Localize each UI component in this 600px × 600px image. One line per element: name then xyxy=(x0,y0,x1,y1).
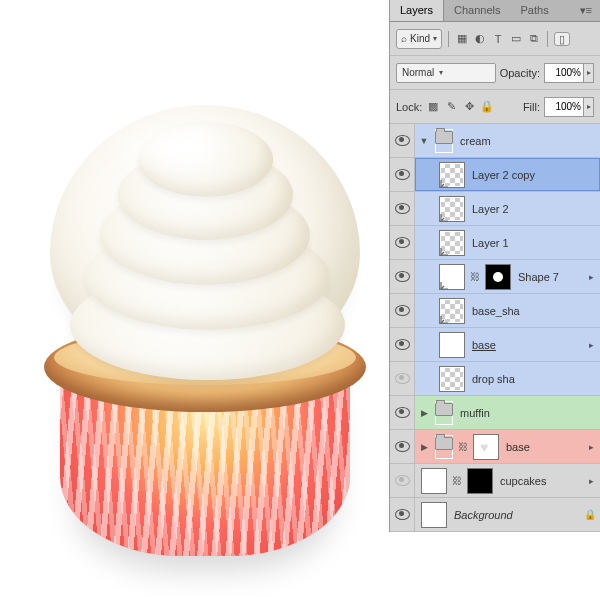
disclosure-triangle[interactable]: ▶ xyxy=(419,442,429,452)
panel-menu-icon[interactable]: ▾≡ xyxy=(572,0,600,21)
fill-field[interactable]: ▸ xyxy=(544,97,594,117)
clip-indicator xyxy=(440,213,449,222)
visibility-toggle[interactable] xyxy=(390,396,415,429)
layer-name[interactable]: Layer 2 copy xyxy=(469,169,596,181)
layer-list: ▼creamLayer 2 copyLayer 2Layer 1⛓Shape 7… xyxy=(390,124,600,532)
layer-name[interactable]: Shape 7 xyxy=(515,271,582,283)
lock-icon: 🔒 xyxy=(584,509,596,520)
layer-name[interactable]: Layer 1 xyxy=(469,237,596,249)
layer-row[interactable]: ⛓cupcakes▸ xyxy=(390,464,600,498)
link-icon[interactable]: ⛓ xyxy=(451,475,463,486)
layer-row[interactable]: ▶muffin xyxy=(390,396,600,430)
layer-row[interactable]: base_sha xyxy=(390,294,600,328)
visibility-toggle[interactable] xyxy=(390,158,415,191)
layer-thumbnail[interactable] xyxy=(439,162,465,188)
layer-name[interactable]: base xyxy=(503,441,582,453)
eye-icon xyxy=(395,339,410,350)
visibility-toggle[interactable] xyxy=(390,260,415,293)
lock-transparency-icon[interactable]: ▩ xyxy=(426,100,440,113)
folder-icon xyxy=(435,401,453,425)
clip-indicator xyxy=(440,315,449,324)
layer-row[interactable]: drop sha xyxy=(390,362,600,396)
lock-position-icon[interactable]: ✥ xyxy=(462,100,476,113)
visibility-toggle[interactable] xyxy=(390,328,415,361)
layer-name[interactable]: base xyxy=(469,339,582,351)
filter-kind-dropdown[interactable]: ⌕ Kind ▾ xyxy=(396,29,442,49)
filter-pixel-icon[interactable]: ▦ xyxy=(455,32,469,45)
filter-type-icon[interactable]: T xyxy=(491,33,505,45)
layer-thumbnail[interactable] xyxy=(439,366,465,392)
visibility-toggle[interactable] xyxy=(390,192,415,225)
link-icon[interactable]: ⛓ xyxy=(469,271,481,282)
tab-layers[interactable]: Layers xyxy=(390,0,444,21)
fx-disclosure[interactable]: ▸ xyxy=(586,442,596,452)
filter-smart-icon[interactable]: ⧉ xyxy=(527,32,541,45)
clip-indicator xyxy=(440,247,449,256)
folder-icon xyxy=(435,129,453,153)
disclosure-triangle[interactable]: ▼ xyxy=(419,136,429,146)
tab-paths[interactable]: Paths xyxy=(511,0,559,21)
layer-thumbnail[interactable] xyxy=(439,332,465,358)
clip-indicator xyxy=(440,179,449,188)
eye-icon xyxy=(395,169,410,180)
mask-thumbnail[interactable] xyxy=(467,468,493,494)
link-icon[interactable]: ⛓ xyxy=(457,441,469,452)
visibility-toggle[interactable] xyxy=(390,362,415,395)
eye-icon xyxy=(395,373,410,384)
tab-channels[interactable]: Channels xyxy=(444,0,510,21)
visibility-toggle[interactable] xyxy=(390,464,415,497)
layer-name[interactable]: base_sha xyxy=(469,305,596,317)
panel-tabs: Layers Channels Paths ▾≡ xyxy=(390,0,600,22)
eye-icon xyxy=(395,475,410,486)
visibility-toggle[interactable] xyxy=(390,226,415,259)
fx-disclosure[interactable]: ▸ xyxy=(586,476,596,486)
blend-opacity-row: Normal▾ Opacity: ▸ xyxy=(390,56,600,90)
layer-row[interactable]: ⛓Shape 7▸ xyxy=(390,260,600,294)
visibility-toggle[interactable] xyxy=(390,294,415,327)
lock-label: Lock: xyxy=(396,101,422,113)
layer-thumbnail[interactable] xyxy=(439,264,465,290)
lock-all-icon[interactable]: 🔒 xyxy=(480,100,494,113)
layer-row[interactable]: Background🔒 xyxy=(390,498,600,532)
eye-icon xyxy=(395,509,410,520)
layer-row[interactable]: ▶⛓♥base▸ xyxy=(390,430,600,464)
eye-icon xyxy=(395,271,410,282)
layer-row[interactable]: base▸ xyxy=(390,328,600,362)
visibility-toggle[interactable] xyxy=(390,124,415,157)
clip-indicator xyxy=(440,281,449,290)
layer-thumbnail[interactable] xyxy=(439,298,465,324)
fx-disclosure[interactable]: ▸ xyxy=(586,272,596,282)
opacity-field[interactable]: ▸ xyxy=(544,63,594,83)
layer-name[interactable]: muffin xyxy=(457,407,596,419)
mask-thumbnail[interactable] xyxy=(485,264,511,290)
visibility-toggle[interactable] xyxy=(390,430,415,463)
filter-toggle[interactable]: ▯ xyxy=(554,32,570,46)
layers-panel: Layers Channels Paths ▾≡ ⌕ Kind ▾ ▦ ◐ T … xyxy=(390,0,600,532)
blend-mode-dropdown[interactable]: Normal▾ xyxy=(396,63,496,83)
layer-name[interactable]: Layer 2 xyxy=(469,203,596,215)
layer-thumbnail[interactable] xyxy=(439,196,465,222)
layer-name[interactable]: Background xyxy=(451,509,580,521)
lock-fill-row: Lock: ▩ ✎ ✥ 🔒 Fill: ▸ xyxy=(390,90,600,124)
layer-name[interactable]: cupcakes xyxy=(497,475,582,487)
layer-row[interactable]: Layer 1 xyxy=(390,226,600,260)
layer-name[interactable]: cream xyxy=(457,135,596,147)
visibility-toggle[interactable] xyxy=(390,498,415,531)
fx-disclosure[interactable]: ▸ xyxy=(586,340,596,350)
filter-shape-icon[interactable]: ▭ xyxy=(509,32,523,45)
layer-row[interactable]: ▼cream xyxy=(390,124,600,158)
folder-icon xyxy=(435,435,453,459)
document-canvas[interactable] xyxy=(0,0,390,600)
layer-thumbnail[interactable] xyxy=(421,468,447,494)
disclosure-triangle[interactable]: ▶ xyxy=(419,408,429,418)
layer-thumbnail[interactable] xyxy=(421,502,447,528)
eye-icon xyxy=(395,305,410,316)
layer-row[interactable]: Layer 2 copy xyxy=(390,158,600,192)
lock-pixels-icon[interactable]: ✎ xyxy=(444,100,458,113)
layer-row[interactable]: Layer 2 xyxy=(390,192,600,226)
filter-adjustment-icon[interactable]: ◐ xyxy=(473,32,487,45)
layer-name[interactable]: drop sha xyxy=(469,373,596,385)
opacity-label: Opacity: xyxy=(500,67,540,79)
mask-thumbnail[interactable]: ♥ xyxy=(473,434,499,460)
layer-thumbnail[interactable] xyxy=(439,230,465,256)
